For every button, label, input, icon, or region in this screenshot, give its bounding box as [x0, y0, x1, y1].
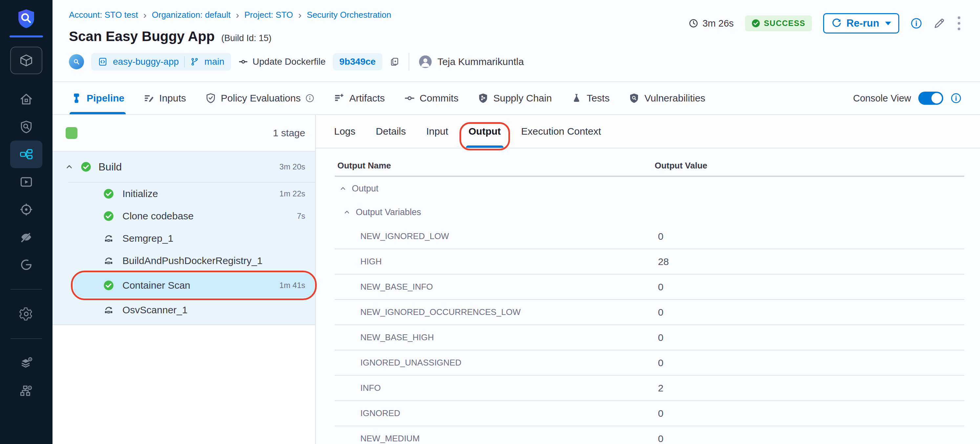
tab-logs[interactable]: Logs	[334, 115, 355, 148]
chevron-up-icon[interactable]	[339, 185, 347, 192]
output-name: IGNORED	[335, 408, 652, 418]
tab-inputs[interactable]: Inputs	[143, 82, 186, 114]
pipelines-icon	[19, 147, 33, 161]
table-row: NEW_IGNORED_LOW 0	[335, 224, 964, 249]
tab-vulnerabilities[interactable]: Vulnerabilities	[628, 82, 705, 114]
sidebar-item-default-settings[interactable]	[10, 350, 42, 377]
sidebar-item-targets[interactable]	[10, 196, 42, 223]
step-row-semgrep[interactable]: Semgrep_1	[52, 227, 315, 249]
breadcrumb-separator: ›	[143, 11, 147, 19]
module-selector-button[interactable]	[10, 46, 42, 74]
chevron-up-icon[interactable]	[343, 209, 350, 216]
sidebar-item-pipelines[interactable]	[10, 141, 42, 168]
table-row: IGNORED 0	[335, 401, 964, 426]
execution-header: Account: STO test › Organization: defaul…	[52, 0, 980, 82]
main-area: Account: STO test › Organization: defaul…	[52, 0, 980, 444]
shield-search-icon	[19, 120, 33, 134]
output-value: 0	[652, 231, 964, 242]
executions-play-icon	[19, 175, 33, 189]
tab-label: Vulnerabilities	[644, 93, 705, 104]
sidebar-item-account-resources[interactable]	[10, 377, 42, 405]
caret-down-icon	[885, 22, 891, 25]
rerun-button[interactable]: Re-run	[823, 13, 899, 34]
meta-divider	[409, 53, 409, 70]
success-check-icon	[103, 188, 114, 199]
step-row-initialize[interactable]: Initialize 1m 22s	[52, 183, 315, 205]
repo-name[interactable]: easy-buggy-app	[113, 56, 179, 67]
tab-label: Artifacts	[349, 93, 385, 104]
repo-branch-pill[interactable]: easy-buggy-app main	[91, 53, 231, 70]
chevron-up-icon[interactable]	[65, 163, 73, 171]
artifacts-tab-icon	[333, 93, 345, 104]
layers-gear-icon	[19, 356, 33, 371]
tab-policy-evaluations[interactable]: Policy Evaluations	[205, 82, 314, 114]
sidebar-item-executions[interactable]	[10, 168, 42, 196]
output-value: 0	[652, 408, 964, 419]
loop-strategy-icon	[103, 256, 114, 266]
output-value: 28	[652, 256, 964, 267]
branch-name[interactable]: main	[204, 56, 224, 67]
tab-pipeline[interactable]: Pipeline	[71, 82, 124, 114]
pill-separator	[184, 56, 185, 67]
breadcrumb-separator: ›	[298, 11, 302, 19]
build-id-label: (Build Id: 15)	[221, 33, 271, 43]
tab-label: Tests	[587, 93, 609, 104]
sidebar-item-overview[interactable]	[10, 113, 42, 141]
breadcrumb-organization[interactable]: Organization: default	[152, 10, 231, 20]
tab-input[interactable]: Input	[426, 115, 448, 148]
sidebar-item-project-settings[interactable]	[10, 300, 42, 328]
sidebar-item-get-started[interactable]	[10, 251, 42, 278]
get-started-icon	[19, 257, 33, 272]
output-name: IGNORED_UNASSIGNED	[335, 358, 652, 368]
left-nav-sidebar	[0, 0, 52, 444]
copy-icon[interactable]	[390, 57, 399, 67]
console-view-toggle[interactable]	[918, 92, 943, 105]
output-value: 0	[652, 357, 964, 369]
edit-pencil-icon[interactable]	[933, 18, 945, 29]
tab-execution-context[interactable]: Execution Context	[521, 115, 601, 148]
tab-artifacts[interactable]: Artifacts	[333, 82, 385, 114]
output-value: 2	[652, 383, 964, 394]
info-icon[interactable]	[305, 94, 314, 103]
commit-sha-badge[interactable]: 9b349ce	[333, 53, 382, 70]
check-circle-icon	[752, 19, 760, 27]
home-icon	[19, 92, 33, 106]
clock-icon	[689, 18, 698, 28]
step-row-container-scan[interactable]: Container Scan 1m 41s	[73, 273, 314, 297]
step-row-clone-codebase[interactable]: Clone codebase 7s	[52, 205, 315, 227]
sidebar-item-home[interactable]	[10, 85, 42, 113]
step-row-build-and-push[interactable]: BuildAndPushDockerRegistry_1	[52, 249, 315, 272]
success-check-icon	[81, 161, 91, 172]
tab-details[interactable]: Details	[376, 115, 406, 148]
sidebar-divider	[11, 289, 42, 290]
output-table-header: Output Name Output Value	[335, 156, 964, 177]
more-options-menu[interactable]	[956, 15, 962, 32]
tab-supply-chain[interactable]: Supply Chain	[477, 82, 552, 114]
stage-panel: 1 stage Build 3m 20s	[52, 115, 316, 444]
stage-status-chip[interactable]	[66, 127, 78, 139]
hierarchy-gear-icon	[19, 383, 33, 398]
stage-panel-header: 1 stage	[52, 115, 315, 152]
sto-shield-logo-icon	[17, 8, 36, 29]
commit-message[interactable]: Update Dockerfile	[253, 56, 326, 67]
tab-tests[interactable]: Tests	[571, 82, 609, 114]
sidebar-item-exemptions[interactable]	[10, 223, 42, 251]
avatar-icon	[418, 55, 432, 69]
tree-node-output[interactable]: Output	[335, 177, 964, 200]
breadcrumb-project[interactable]: Project: STO	[244, 10, 293, 20]
cube-icon	[19, 53, 33, 68]
policy-shield-icon	[205, 93, 216, 104]
breadcrumb-module[interactable]: Security Orchestration	[307, 10, 391, 20]
output-name: HIGH	[335, 257, 652, 267]
tree-node-output-variables[interactable]: Output Variables	[335, 200, 964, 224]
output-name: NEW_BASE_HIGH	[335, 332, 652, 343]
stage-group-build[interactable]: Build 3m 20s	[52, 152, 315, 182]
breadcrumb-account[interactable]: Account: STO test	[69, 10, 138, 20]
info-icon[interactable]	[910, 18, 922, 29]
step-name: Container Scan	[123, 280, 190, 291]
tab-output[interactable]: Output	[469, 115, 501, 148]
tab-commits[interactable]: Commits	[404, 82, 458, 114]
step-row-osvscanner[interactable]: OsvScanner_1	[52, 299, 315, 321]
info-icon[interactable]	[950, 93, 962, 104]
trigger-avatar-icon	[69, 54, 84, 69]
